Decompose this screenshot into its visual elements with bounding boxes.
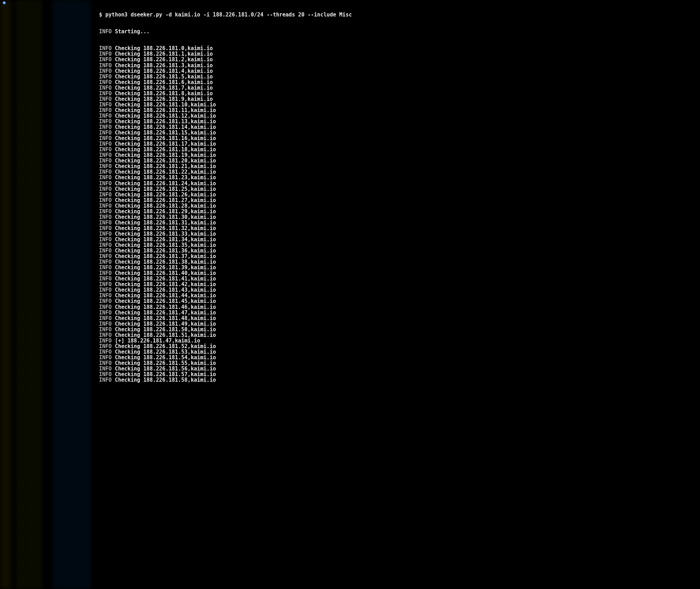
log-line: INFO Checking 188.226.181.18,kaimi.io	[0, 147, 700, 152]
log-line: INFO Checking 188.226.181.19,kaimi.io	[0, 152, 700, 158]
log-line: INFO Checking 188.226.181.20,kaimi.io	[0, 158, 700, 164]
log-line: INFO Checking 188.226.181.32,kaimi.io	[0, 226, 700, 231]
log-line: INFO Checking 188.226.181.3,kaimi.io	[0, 63, 700, 68]
log-line: INFO Checking 188.226.181.57,kaimi.io	[0, 372, 700, 377]
log-line: INFO Checking 188.226.181.2,kaimi.io	[0, 57, 700, 62]
log-line: INFO Checking 188.226.181.36,kaimi.io	[0, 248, 700, 254]
log-line: INFO Checking 188.226.181.15,kaimi.io	[0, 130, 700, 136]
prompt-line: $ python3 dseeker.py -d kaimi.io -i 188.…	[0, 12, 700, 18]
log-message: Checking 188.226.181.58,kaimi.io	[112, 377, 216, 383]
log-line: INFO Checking 188.226.181.17,kaimi.io	[0, 141, 700, 147]
log-line: INFO Checking 188.226.181.49,kaimi.io	[0, 321, 700, 327]
log-line: INFO Checking 188.226.181.26,kaimi.io	[0, 192, 700, 198]
log-line: INFO Checking 188.226.181.41,kaimi.io	[0, 276, 700, 282]
log-line: INFO Checking 188.226.181.58,kaimi.io	[0, 377, 700, 383]
log-line: INFO Checking 188.226.181.10,kaimi.io	[0, 102, 700, 108]
log-line: INFO Checking 188.226.181.48,kaimi.io	[0, 316, 700, 321]
log-level: INFO	[99, 28, 112, 35]
log-line: INFO Checking 188.226.181.12,kaimi.io	[0, 113, 700, 119]
log-line: INFO Checking 188.226.181.43,kaimi.io	[0, 287, 700, 293]
log-line: INFO Checking 188.226.181.0,kaimi.io	[0, 46, 700, 51]
log-line: INFO Checking 188.226.181.27,kaimi.io	[0, 198, 700, 203]
log-line: INFO Checking 188.226.181.5,kaimi.io	[0, 74, 700, 79]
log-line: INFO Checking 188.226.181.38,kaimi.io	[0, 259, 700, 265]
log-line: INFO Checking 188.226.181.50,kaimi.io	[0, 327, 700, 332]
window-left-gutter	[0, 0, 99, 589]
log-line: INFO Checking 188.226.181.8,kaimi.io	[0, 91, 700, 96]
log-line: INFO Checking 188.226.181.51,kaimi.io	[0, 332, 700, 338]
log-line: INFO Checking 188.226.181.1,kaimi.io	[0, 51, 700, 57]
log-line: INFO Checking 188.226.181.13,kaimi.io	[0, 119, 700, 124]
log-line: INFO Checking 188.226.181.14,kaimi.io	[0, 124, 700, 130]
log-line: INFO Checking 188.226.181.24,kaimi.io	[0, 181, 700, 186]
log-line: INFO Checking 188.226.181.23,kaimi.io	[0, 175, 700, 180]
log-line: INFO Checking 188.226.181.52,kaimi.io	[0, 344, 700, 349]
log-line: INFO Checking 188.226.181.25,kaimi.io	[0, 186, 700, 192]
terminal-output[interactable]: $ python3 dseeker.py -d kaimi.io -i 188.…	[0, 0, 700, 388]
log-line: INFO Checking 188.226.181.55,kaimi.io	[0, 360, 700, 366]
log-message: Starting...	[115, 28, 149, 35]
log-line: INFO Checking 188.226.181.7,kaimi.io	[0, 85, 700, 91]
log-line: INFO Checking 188.226.181.4,kaimi.io	[0, 68, 700, 74]
command-text: python3 dseeker.py -d kaimi.io -i 188.22…	[105, 12, 352, 18]
log-line: INFO Checking 188.226.181.45,kaimi.io	[0, 298, 700, 304]
log-line: INFO Starting...	[0, 29, 700, 34]
log-line: INFO Checking 188.226.181.37,kaimi.io	[0, 254, 700, 259]
log-line: INFO [+] 188.226.181.47,kaimi.io	[0, 338, 700, 344]
log-line: INFO Checking 188.226.181.39,kaimi.io	[0, 265, 700, 270]
log-line: INFO Checking 188.226.181.54,kaimi.io	[0, 355, 700, 360]
log-line: INFO Checking 188.226.181.35,kaimi.io	[0, 242, 700, 248]
log-level: INFO	[99, 377, 112, 383]
log-line: INFO Checking 188.226.181.40,kaimi.io	[0, 270, 700, 276]
log-line: INFO Checking 188.226.181.11,kaimi.io	[0, 108, 700, 113]
log-line: INFO Checking 188.226.181.31,kaimi.io	[0, 220, 700, 226]
tab-indicator-icon	[3, 1, 6, 4]
log-line: INFO Checking 188.226.181.6,kaimi.io	[0, 79, 700, 85]
log-line: INFO Checking 188.226.181.9,kaimi.io	[0, 96, 700, 102]
log-line: INFO Checking 188.226.181.34,kaimi.io	[0, 237, 700, 242]
log-line: INFO Checking 188.226.181.33,kaimi.io	[0, 231, 700, 237]
log-line: INFO Checking 188.226.181.53,kaimi.io	[0, 349, 700, 355]
log-line: INFO Checking 188.226.181.56,kaimi.io	[0, 366, 700, 372]
log-line: INFO Checking 188.226.181.21,kaimi.io	[0, 164, 700, 169]
log-line: INFO Checking 188.226.181.22,kaimi.io	[0, 169, 700, 175]
log-line: INFO Checking 188.226.181.28,kaimi.io	[0, 203, 700, 209]
log-line: INFO Checking 188.226.181.42,kaimi.io	[0, 282, 700, 287]
log-line: INFO Checking 188.226.181.29,kaimi.io	[0, 209, 700, 214]
log-line: INFO Checking 188.226.181.44,kaimi.io	[0, 293, 700, 298]
log-line: INFO Checking 188.226.181.46,kaimi.io	[0, 304, 700, 310]
log-line: INFO Checking 188.226.181.30,kaimi.io	[0, 214, 700, 220]
log-line: INFO Checking 188.226.181.47,kaimi.io	[0, 310, 700, 316]
log-line: INFO Checking 188.226.181.16,kaimi.io	[0, 136, 700, 141]
prompt-dollar: $	[99, 12, 102, 18]
